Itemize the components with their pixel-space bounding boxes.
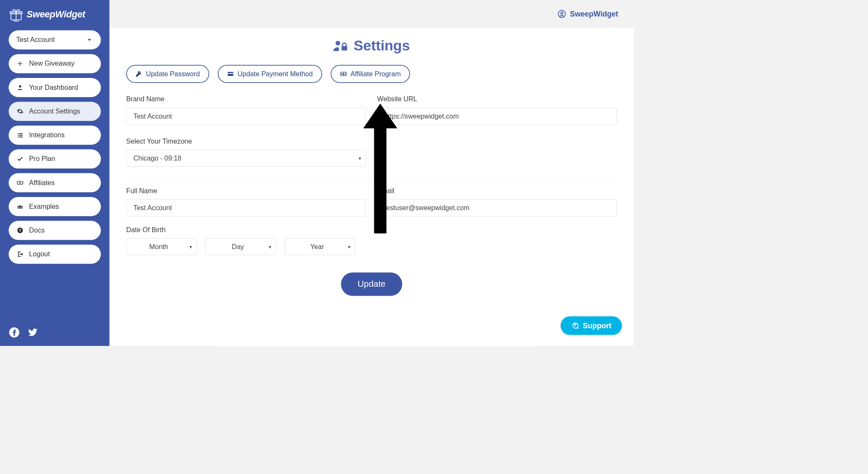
svg-rect-5 bbox=[19, 133, 23, 134]
help-icon: ? bbox=[16, 227, 24, 234]
user-circle-icon bbox=[558, 10, 566, 18]
twitter-icon[interactable] bbox=[27, 327, 38, 339]
sidebar-item-affiliates[interactable]: Affiliates bbox=[8, 173, 101, 192]
sidebar-item-account-settings[interactable]: Account Settings bbox=[8, 102, 101, 121]
email-input[interactable] bbox=[377, 199, 617, 216]
svg-text:?: ? bbox=[19, 228, 22, 233]
website-url-input[interactable] bbox=[377, 108, 617, 125]
sidebar: SweepWidget Test Account New Giveaway Yo… bbox=[0, 0, 109, 346]
page-title: Settings bbox=[126, 37, 617, 54]
dob-year-select[interactable]: Year bbox=[285, 238, 355, 255]
money-icon bbox=[340, 70, 347, 77]
timezone-select[interactable]: Chicago - 09:18 bbox=[126, 150, 366, 166]
caret-down-icon bbox=[85, 36, 93, 43]
sidebar-item-label: Account Settings bbox=[29, 107, 81, 115]
svg-point-22 bbox=[343, 73, 344, 75]
sidebar-item-label: Docs bbox=[29, 226, 45, 234]
dob-month-select[interactable]: Month bbox=[126, 238, 197, 255]
key-icon bbox=[136, 70, 142, 77]
gear-icon bbox=[16, 108, 24, 115]
full-name-label: Full Name bbox=[126, 187, 366, 195]
crown-icon bbox=[16, 203, 24, 210]
topbar: SweepWidget bbox=[109, 0, 634, 28]
user-lock-icon bbox=[333, 38, 348, 53]
svg-point-23 bbox=[341, 74, 342, 74]
svg-rect-9 bbox=[19, 136, 23, 137]
svg-rect-8 bbox=[17, 136, 18, 137]
gift-icon bbox=[8, 7, 23, 22]
svg-point-11 bbox=[19, 182, 21, 183]
account-selector[interactable]: Test Account bbox=[8, 30, 101, 50]
user-icon bbox=[16, 84, 24, 91]
credit-card-icon bbox=[227, 70, 234, 77]
svg-rect-18 bbox=[342, 46, 347, 50]
update-password-button[interactable]: Update Password bbox=[126, 65, 209, 83]
affiliate-program-button[interactable]: Affiliate Program bbox=[331, 65, 410, 83]
money-icon bbox=[16, 179, 24, 186]
svg-point-26 bbox=[575, 327, 575, 327]
divider bbox=[126, 178, 617, 178]
logout-icon bbox=[16, 251, 24, 258]
sidebar-item-dashboard[interactable]: Your Dashboard bbox=[8, 78, 101, 97]
full-name-input[interactable] bbox=[126, 199, 366, 216]
list-icon bbox=[16, 132, 24, 139]
brand-name-input[interactable] bbox=[126, 108, 366, 125]
update-button[interactable]: Update bbox=[341, 272, 402, 296]
account-badge-label: SweepWidget bbox=[570, 10, 618, 18]
svg-rect-20 bbox=[228, 73, 233, 74]
svg-point-16 bbox=[561, 12, 563, 14]
sidebar-item-pro-plan[interactable]: Pro Plan bbox=[8, 150, 101, 169]
sidebar-item-docs[interactable]: ? Docs bbox=[8, 221, 101, 240]
svg-rect-6 bbox=[17, 135, 18, 136]
sidebar-item-new-giveaway[interactable]: New Giveaway bbox=[8, 54, 101, 73]
svg-point-17 bbox=[336, 41, 340, 45]
account-badge[interactable]: SweepWidget bbox=[558, 10, 618, 18]
timezone-label: Select Your Timezone bbox=[126, 137, 366, 145]
svg-point-24 bbox=[345, 74, 345, 74]
sidebar-item-label: Integrations bbox=[29, 131, 65, 139]
svg-rect-4 bbox=[17, 133, 18, 134]
dob-day-select[interactable]: Day bbox=[206, 238, 276, 255]
sidebar-item-label: Your Dashboard bbox=[29, 83, 78, 91]
sidebar-item-examples[interactable]: Examples bbox=[8, 197, 101, 216]
brand-name-label: Brand Name bbox=[126, 95, 366, 103]
svg-rect-7 bbox=[19, 135, 23, 136]
sidebar-item-label: Examples bbox=[29, 202, 59, 211]
support-button[interactable]: Support bbox=[561, 316, 622, 335]
website-url-label: Website URL bbox=[377, 95, 617, 103]
account-selector-label: Test Account bbox=[16, 36, 55, 44]
plus-icon bbox=[16, 60, 24, 67]
help-chat-icon bbox=[571, 322, 579, 330]
email-label: Email bbox=[377, 187, 617, 195]
sidebar-item-label: Logout bbox=[29, 250, 50, 258]
svg-point-3 bbox=[19, 85, 21, 87]
sidebar-item-label: Pro Plan bbox=[29, 155, 56, 163]
brand-logo: SweepWidget bbox=[8, 7, 101, 22]
facebook-icon[interactable] bbox=[8, 327, 19, 339]
sidebar-item-logout[interactable]: Logout bbox=[8, 244, 101, 263]
check-icon bbox=[16, 155, 24, 162]
content: Settings Update Password Update Payment … bbox=[109, 28, 634, 346]
sidebar-item-label: Affiliates bbox=[29, 179, 55, 187]
sidebar-item-integrations[interactable]: Integrations bbox=[8, 125, 101, 144]
brand-text: SweepWidget bbox=[27, 9, 85, 19]
sidebar-item-label: New Giveaway bbox=[29, 60, 75, 68]
dob-label: Date Of Birth bbox=[126, 226, 617, 234]
social-links bbox=[8, 327, 101, 339]
update-payment-button[interactable]: Update Payment Method bbox=[218, 65, 322, 83]
